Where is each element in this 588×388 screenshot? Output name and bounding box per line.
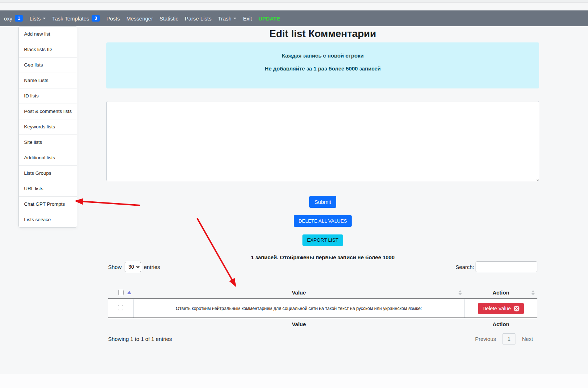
list-values-textarea[interactable] [106,101,539,181]
nav-item-task-templates-label: Task Templates [52,15,89,22]
header-checkbox-cell [108,287,133,299]
show-label: Show [108,264,122,270]
nav-item-messenger-label: Messenger [126,15,153,22]
menu-item-black-lists-id[interactable]: Black lists ID [19,42,77,57]
sort-ascending-icon[interactable] [127,291,131,294]
value-header-label: Value [292,289,306,296]
values-table: Value Action Ответь коротким нейтральным… [108,287,537,330]
menu-item-chat-gpt-prompts[interactable]: Chat GPT Prompts [19,196,77,212]
submit-button[interactable]: Submit [309,196,336,208]
nav-item-lists[interactable]: Lists [26,10,49,26]
entries-label: entries [144,264,160,270]
table-row: Ответь коротким нейтральным комментарием… [108,299,537,318]
lists-dropdown-menu: Add new list Black lists ID Geo lists Na… [18,26,77,228]
navbar: oxy 1 Lists Task Templates 3 Posts Messe… [0,10,588,26]
select-all-checkbox[interactable] [118,290,124,295]
footer-empty-cell [108,318,133,330]
alert-line-2: Не добавляйте за 1 раз более 5000 записе… [106,65,539,72]
sort-icon[interactable] [458,290,462,295]
info-alert: Каждая запись с новой строки Не добавляй… [106,42,539,88]
row-checkbox[interactable] [118,305,123,310]
browser-top-strip [0,0,588,3]
page-length-control: Show 30 entries [108,262,160,272]
nav-item-statistic[interactable]: Statistic [156,10,182,26]
nav-item-statistic-label: Statistic [159,15,179,22]
pagination-next[interactable]: Next [518,333,537,344]
page-title: Edit list Комментарии [106,28,539,40]
search-label: Search: [455,264,474,270]
menu-item-id-lists[interactable]: ID lists [19,88,77,104]
menu-item-geo-lists[interactable]: Geo lists [19,57,77,73]
table-info: Showing 1 to 1 of 1 entries [108,336,172,342]
action-header-label: Action [492,289,509,296]
delete-value-button[interactable]: Delete Value ✕ [478,303,524,314]
footer-value-label: Value [133,318,464,330]
nav-item-proxy-label: oxy [4,15,12,22]
nav-item-parse-lists[interactable]: Parse Lists [181,10,214,26]
footer-action-label: Action [464,318,537,330]
table-footer-row: Value Action [108,318,537,330]
pagination-previous[interactable]: Previous [471,333,500,344]
table-footer-bar: Showing 1 to 1 of 1 entries Previous 1 N… [108,332,537,346]
chevron-down-icon [233,18,236,19]
nav-item-posts-label: Posts [106,15,120,22]
pagination: Previous 1 Next [471,333,537,344]
pagination-page-1[interactable]: 1 [503,333,515,344]
page-length-select[interactable]: 30 [125,262,141,272]
nav-item-exit[interactable]: Exit [240,10,255,26]
menu-item-lists-service[interactable]: Lists service [19,212,77,227]
records-count-note: 1 записей. Отображены первые записи не б… [106,254,539,260]
row-checkbox-cell [108,299,133,318]
list-table-section: Show 30 entries Search: Value [108,261,537,346]
delete-all-values-button[interactable]: DELETE ALL VALUES [294,215,352,227]
delete-value-label: Delete Value [482,306,511,311]
menu-item-url-lists[interactable]: URL lists [19,181,77,196]
value-column-header[interactable]: Value [133,287,464,299]
nav-item-lists-label: Lists [29,15,41,22]
chevron-down-icon [43,18,46,19]
menu-item-site-lists[interactable]: Site lists [19,134,77,150]
nav-item-trash-label: Trash [218,15,232,22]
action-column-header[interactable]: Action [464,287,537,299]
form-actions: Submit DELETE ALL VALUES EXPORT LIST [106,196,539,246]
nav-item-messenger[interactable]: Messenger [123,10,156,26]
task-templates-count-badge: 3 [92,15,100,22]
alert-line-1: Каждая запись с новой строки [106,53,539,59]
table-controls: Show 30 entries Search: [108,261,537,273]
nav-item-task-templates[interactable]: Task Templates 3 [49,10,103,26]
search-input[interactable] [476,261,537,272]
nav-item-trash[interactable]: Trash [215,10,240,26]
menu-item-additional-lists[interactable]: Additional lists [19,150,77,165]
circle-x-icon: ✕ [514,306,519,311]
menu-item-lists-groups[interactable]: Lists Groups [19,165,77,181]
row-action-cell: Delete Value ✕ [464,299,537,318]
export-list-button[interactable]: EXPORT LIST [302,234,343,246]
sort-icon[interactable] [531,290,535,295]
proxy-count-badge: 1 [15,15,23,22]
page-bottom-strip [0,374,588,388]
nav-item-parse-lists-label: Parse Lists [185,15,211,22]
table-header-row: Value Action [108,287,537,299]
nav-item-update-label: UPDATE [258,15,280,22]
row-value-cell: Ответь коротким нейтральным комментарием… [133,299,464,318]
nav-item-exit-label: Exit [243,15,252,22]
nav-item-proxy[interactable]: oxy 1 [1,10,26,26]
search-control: Search: [455,261,537,272]
menu-item-post-comments-lists[interactable]: Post & comments lists [19,104,77,119]
nav-item-update[interactable]: UPDATE [255,10,283,26]
nav-item-posts[interactable]: Posts [103,10,123,26]
menu-item-name-lists[interactable]: Name Lists [19,73,77,88]
menu-item-keywords-lists[interactable]: Keywords lists [19,119,77,134]
menu-item-add-new-list[interactable]: Add new list [19,27,77,42]
